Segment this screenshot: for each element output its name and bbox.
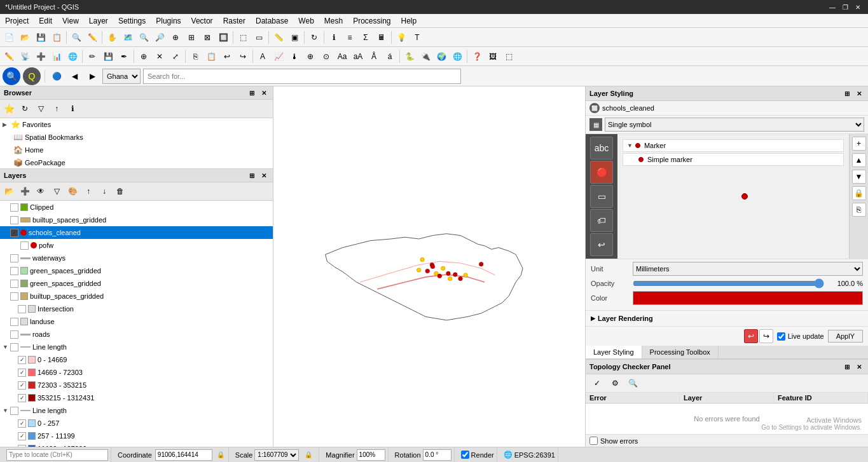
label3-btn[interactable]: aA — [350, 49, 366, 64]
menu-view[interactable]: View — [57, 15, 84, 27]
attribute-table-button[interactable]: ≡ — [342, 30, 357, 45]
identify-button[interactable]: 🔍 — [69, 30, 84, 45]
label2-btn[interactable]: Aa — [334, 49, 350, 64]
styling-icon1[interactable]: ⊞ — [842, 88, 852, 99]
pan-button[interactable]: ✋ — [104, 30, 120, 45]
refresh-button[interactable]: ↻ — [307, 30, 322, 45]
heatmap-btn[interactable]: 🌡 — [287, 49, 302, 64]
menu-plugins[interactable]: Plugins — [151, 15, 186, 27]
label-btn[interactable]: A — [255, 49, 270, 64]
undo-btn[interactable]: ↩ — [219, 49, 235, 64]
topology-close[interactable]: ✕ — [854, 362, 864, 372]
styling-close[interactable]: ✕ — [854, 88, 864, 99]
zoom-in-button[interactable]: 🔍 — [136, 30, 151, 45]
canvas-btn[interactable]: 🖼 — [485, 49, 500, 64]
layer-green-spaces-raster[interactable]: green_spaces_gridded — [0, 277, 273, 290]
locate-input[interactable] — [6, 449, 108, 461]
ll2-0-checkbox[interactable] — [18, 419, 26, 428]
gps-button[interactable]: 📡 — [17, 49, 32, 64]
diagram-btn[interactable]: 📈 — [271, 49, 286, 64]
menu-database[interactable]: Database — [251, 15, 293, 27]
layer-line-length-1[interactable]: ▼ Line length — [0, 341, 273, 353]
renderer-select[interactable]: Single symbol — [605, 118, 864, 132]
menu-help[interactable]: Help — [396, 15, 422, 27]
ll1-2-checkbox[interactable] — [18, 381, 26, 390]
layer-rendering-header[interactable]: ▶ Layer Rendering — [591, 313, 863, 323]
green-raster-checkbox[interactable] — [10, 280, 18, 288]
save-project-button[interactable]: 💾 — [33, 30, 48, 45]
layer-visibility-button[interactable]: 👁 — [33, 184, 48, 199]
unit-select[interactable]: Millimeters — [633, 262, 863, 276]
scale-select[interactable]: 1:1607709 — [254, 449, 299, 461]
style-undo-btn[interactable]: ↩ — [744, 329, 758, 343]
topo-check-btn[interactable]: ✓ — [589, 376, 605, 391]
sym-btn-fill[interactable]: 🔴 — [590, 161, 613, 184]
digitize-mode-button[interactable]: ✒ — [116, 49, 132, 64]
sym-btn-abc[interactable]: abc — [590, 137, 613, 160]
sym-down-btn[interactable]: ▼ — [852, 170, 866, 184]
ll1-0-checkbox[interactable] — [18, 356, 26, 364]
measure-button[interactable]: 📏 — [271, 30, 286, 45]
move-btn[interactable]: ⤢ — [168, 49, 183, 64]
maximize-button[interactable]: ❐ — [840, 2, 850, 12]
layer-delete-button[interactable]: 🗑 — [113, 184, 128, 199]
menu-mesh[interactable]: Mesh — [319, 15, 348, 27]
builtup-checkbox[interactable] — [10, 216, 18, 224]
zoom-full-button[interactable]: ⊞ — [184, 30, 199, 45]
tips-button[interactable]: 💡 — [394, 30, 409, 45]
measure-area-button[interactable]: ▣ — [287, 30, 302, 45]
layer-builtup[interactable]: builtup_spaces_gridded — [0, 214, 273, 226]
browser-home[interactable]: 🏠 Home — [0, 144, 273, 156]
topo-zoom-btn[interactable]: 🔍 — [625, 376, 640, 391]
layers-icon1[interactable]: ⊞ — [247, 170, 257, 180]
sym-lock-btn[interactable]: 🔒 — [852, 186, 866, 200]
layer-move-down-button[interactable]: ↓ — [97, 184, 112, 199]
layer-move-up-button[interactable]: ↑ — [81, 184, 96, 199]
add-csv-button[interactable]: 📊 — [49, 49, 64, 64]
browser-add-button[interactable]: ⭐ — [1, 101, 17, 116]
browser-favorites[interactable]: ▶ ⭐ Favorites — [0, 118, 273, 131]
zoom-native-button[interactable]: ⊕ — [168, 30, 183, 45]
canvas2-btn[interactable]: ⬚ — [501, 49, 516, 64]
ll1-expand[interactable]: ▼ — [3, 344, 10, 350]
browser-refresh-button[interactable]: ↻ — [17, 101, 32, 116]
layer-ll2-0[interactable]: 0 - 257 — [0, 417, 273, 430]
landuse-checkbox[interactable] — [10, 318, 18, 326]
save-as-button[interactable]: 📋 — [49, 30, 64, 45]
sym-dup-btn[interactable]: ⎘ — [852, 203, 866, 217]
layer-ll2-2[interactable]: 11199 - 107026 — [0, 442, 273, 447]
layers-close[interactable]: ✕ — [259, 170, 269, 180]
cluster-btn[interactable]: ⊙ — [319, 49, 334, 64]
builtup2-checkbox[interactable] — [10, 292, 18, 301]
menu-settings[interactable]: Settings — [113, 15, 151, 27]
copy-btn[interactable]: ⎘ — [188, 49, 203, 64]
zoom-layer-button[interactable]: ⊠ — [200, 30, 215, 45]
live-update-checkbox[interactable] — [777, 332, 785, 341]
roads-checkbox[interactable] — [10, 330, 18, 339]
ll1-3-checkbox[interactable] — [18, 394, 26, 402]
sym-add-btn[interactable]: + — [852, 137, 866, 151]
zoom-selection-button[interactable]: 🔲 — [216, 30, 231, 45]
browser-geopackage[interactable]: 📦 GeoPackage — [0, 156, 273, 168]
menu-raster[interactable]: Raster — [218, 15, 251, 27]
edit-mode-button[interactable]: ✏ — [85, 49, 100, 64]
layer-ll1-2[interactable]: 72303 - 353215 — [0, 379, 273, 391]
digitize-button[interactable]: ✏️ — [85, 30, 100, 45]
schools-checkbox[interactable] — [10, 229, 18, 237]
label5-btn[interactable]: á — [382, 49, 397, 64]
info-button[interactable]: ℹ — [326, 30, 341, 45]
apply-button[interactable]: ApplY — [828, 330, 863, 343]
browser-properties-button[interactable]: ℹ — [65, 101, 80, 116]
locate-button[interactable]: 🔍 — [3, 67, 20, 85]
layer-add-button[interactable]: ➕ — [17, 184, 32, 199]
render-checkbox[interactable] — [461, 451, 469, 459]
browser-icon1[interactable]: ⊞ — [247, 88, 257, 98]
digitize-toolbar-btn[interactable]: ✏️ — [1, 49, 17, 64]
rotation-input[interactable] — [423, 449, 451, 461]
zoom-out-button[interactable]: 🔎 — [152, 30, 167, 45]
sym-simple-marker-row[interactable]: Simple marker — [623, 153, 844, 166]
topology-icon1[interactable]: ⊞ — [842, 362, 852, 372]
coordinate-input[interactable] — [155, 449, 212, 461]
ll1-checkbox[interactable] — [10, 343, 18, 351]
python-btn[interactable]: 🐍 — [402, 49, 417, 64]
